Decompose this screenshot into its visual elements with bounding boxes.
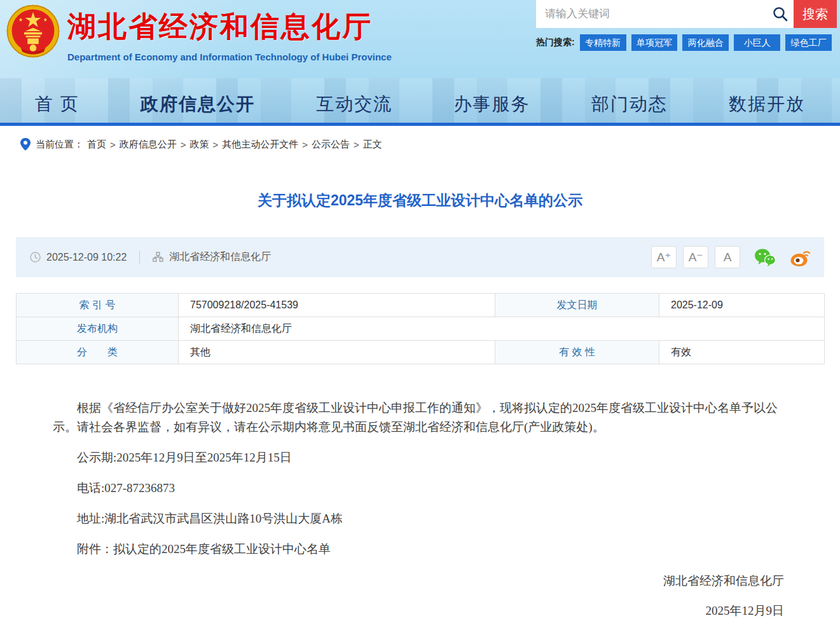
article-source: 湖北省经济和信息化厅 — [169, 250, 271, 264]
attachment-line: 附件：拟认定的2025年度省级工业设计中心名单 — [53, 540, 784, 559]
breadcrumb: 当前位置： 首页 > 政府信息公开 > 政策 > 其他主动公开文件 > 公示公告… — [0, 126, 840, 163]
site-logo-block[interactable]: 湖北省经济和信息化厅 Department of Economy and Inf… — [5, 3, 392, 62]
weibo-share-icon[interactable] — [790, 248, 811, 267]
category-label: 分 类 — [17, 341, 179, 364]
signature-org: 湖北省经济和信息化厅 — [53, 572, 784, 591]
breadcrumb-label: 当前位置： — [36, 139, 83, 151]
source-sitemap-icon — [153, 252, 163, 263]
nav-item-interaction[interactable]: 互动交流 — [316, 92, 392, 116]
attachment-link[interactable]: 拟认定的2025年度省级工业设计中心名单 — [113, 542, 331, 556]
issuing-agency-value: 湖北省经济和信息化厅 — [179, 317, 825, 341]
hot-tag-zhuanjingtexin[interactable]: 专精特新 — [580, 34, 626, 51]
table-row: 分 类 其他 有 效 性 有效 — [17, 341, 825, 364]
validity-value: 有效 — [659, 341, 825, 364]
breadcrumb-separator: > — [302, 139, 308, 150]
breadcrumb-home[interactable]: 首页 — [87, 139, 106, 151]
index-number-label: 索 引 号 — [17, 294, 179, 317]
body-paragraph: 根据《省经信厅办公室关于做好2025年度省级工业设计中心申报工作的通知》，现将拟… — [53, 399, 784, 437]
table-row: 索 引 号 757009218/2025-41539 发文日期 2025-12-… — [17, 294, 825, 317]
hot-tag-xiaojuren[interactable]: 小巨人 — [734, 34, 780, 51]
attachment-label: 附件： — [77, 542, 113, 556]
site-title: 湖北省经济和信息化厅 — [67, 8, 392, 46]
signature-block: 湖北省经济和信息化厅 2025年12月9日 — [53, 572, 784, 620]
publish-datetime: 2025-12-09 10:22 — [46, 252, 127, 263]
publicity-period-line: 公示期:2025年12月9日至2025年12月15日 — [53, 448, 784, 467]
site-header: 湖北省经济和信息化厅 Department of Economy and Inf… — [0, 0, 840, 126]
nav-item-gov-info[interactable]: 政府信息公开 — [141, 92, 255, 116]
breadcrumb-separator: > — [213, 139, 219, 150]
national-emblem-icon — [5, 3, 61, 60]
index-number-value: 757009218/2025-41539 — [179, 294, 495, 317]
phone-line: 电话:027-87236873 — [53, 479, 784, 498]
nav-item-home[interactable]: 首 页 — [35, 92, 79, 116]
hot-tag-lianghuaronghe[interactable]: 两化融合 — [682, 34, 729, 51]
issue-date-label: 发文日期 — [495, 294, 659, 317]
nav-item-open-data[interactable]: 数据开放 — [729, 92, 805, 116]
search-box — [536, 0, 794, 28]
issuing-agency-label: 发布机构 — [17, 317, 179, 341]
breadcrumb-separator: > — [110, 139, 116, 150]
location-pin-icon — [20, 138, 31, 151]
font-size-increase-button[interactable]: A⁺ — [651, 246, 677, 268]
search-input[interactable] — [536, 0, 794, 28]
signature-date: 2025年12月9日 — [53, 601, 784, 620]
breadcrumb-separator: > — [354, 139, 359, 150]
breadcrumb-policy[interactable]: 政策 — [190, 139, 209, 151]
hot-search-label: 热门搜索: — [536, 37, 575, 48]
main-nav: 首 页 政府信息公开 互动交流 办事服务 部门动态 数据开放 — [0, 86, 840, 123]
page-title: 关于拟认定2025年度省级工业设计中心名单的公示 — [0, 191, 840, 210]
hot-search-row: 热门搜索: 专精特新 单项冠军 两化融合 小巨人 绿色工厂 — [536, 34, 840, 51]
search-button[interactable]: 搜索 — [794, 0, 837, 28]
breadcrumb-separator: > — [181, 139, 186, 150]
hot-tag-danxiangguanjun[interactable]: 单项冠军 — [631, 34, 678, 51]
address-line: 地址:湖北省武汉市武昌区洪山路10号洪山大厦A栋 — [53, 509, 784, 528]
meta-divider — [139, 251, 140, 264]
font-size-reset-button[interactable]: A — [715, 246, 740, 268]
breadcrumb-other-open-docs[interactable]: 其他主动公开文件 — [222, 139, 298, 151]
table-row: 发布机构 湖北省经济和信息化厅 — [17, 317, 825, 341]
issue-date-value: 2025-12-09 — [659, 294, 825, 317]
article-meta-bar: 2025-12-09 10:22 湖北省经济和信息化厅 A⁺ A⁻ A — [16, 237, 824, 277]
site-subtitle: Department of Economy and Information Te… — [67, 51, 392, 62]
font-size-decrease-button[interactable]: A⁻ — [683, 246, 708, 268]
breadcrumb-announcements[interactable]: 公示公告 — [312, 139, 350, 151]
search-icon[interactable] — [772, 6, 788, 22]
search-area: 搜索 热门搜索: 专精特新 单项冠军 两化融合 小巨人 绿色工厂 — [536, 0, 840, 51]
breadcrumb-gov-info[interactable]: 政府信息公开 — [120, 139, 177, 151]
nav-item-services[interactable]: 办事服务 — [453, 92, 530, 116]
breadcrumb-current: 正文 — [363, 139, 382, 151]
wechat-share-icon[interactable] — [754, 248, 776, 267]
page: 湖北省经济和信息化厅 Department of Economy and Inf… — [0, 0, 840, 630]
category-value: 其他 — [179, 341, 495, 364]
document-body: 根据《省经信厅办公室关于做好2025年度省级工业设计中心申报工作的通知》，现将拟… — [53, 399, 784, 620]
clock-icon — [30, 252, 41, 263]
hot-tag-lvsegongchang[interactable]: 绿色工厂 — [785, 34, 832, 51]
document-info-table: 索 引 号 757009218/2025-41539 发文日期 2025-12-… — [16, 293, 825, 364]
validity-label: 有 效 性 — [495, 341, 659, 364]
nav-item-department-news[interactable]: 部门动态 — [591, 92, 668, 116]
